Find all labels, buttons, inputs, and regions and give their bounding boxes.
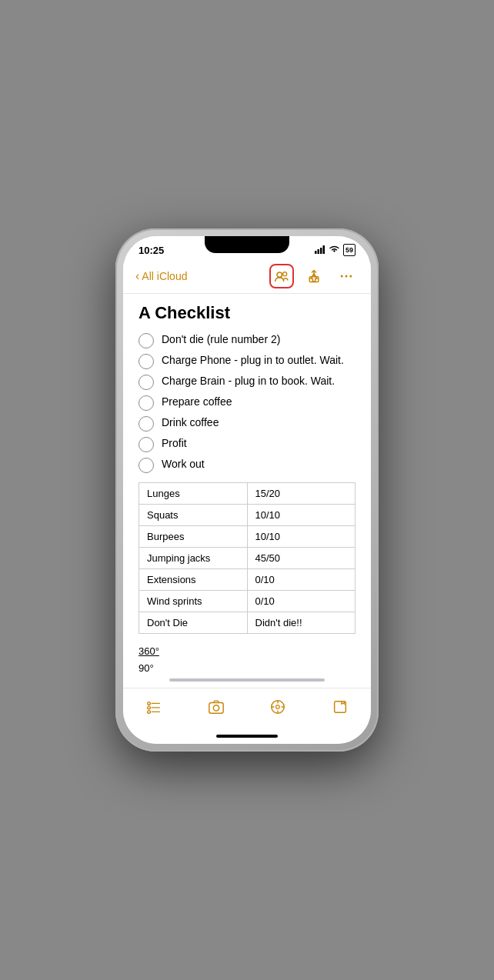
exercise-name: Extensions xyxy=(139,569,248,591)
checkbox[interactable] xyxy=(139,333,154,348)
collaboration-button[interactable] xyxy=(269,264,294,288)
more-button[interactable] xyxy=(334,264,359,288)
degrees-section: 360° 90° 32° c xyxy=(139,643,355,672)
svg-point-17 xyxy=(213,705,219,711)
share-icon xyxy=(306,268,322,284)
svg-rect-2 xyxy=(320,248,322,254)
table-row: Lunges 15/20 xyxy=(139,483,355,505)
svg-rect-16 xyxy=(209,703,223,714)
svg-point-10 xyxy=(148,702,151,705)
back-chevron-icon: ‹ xyxy=(135,269,139,283)
compose-icon xyxy=(332,698,349,715)
exercise-value: Didn't die!! xyxy=(247,612,355,634)
exercise-value: 10/10 xyxy=(247,505,355,526)
checkbox[interactable] xyxy=(139,354,154,369)
battery-icon: 59 xyxy=(343,244,355,256)
checklist-item: Drink coffee xyxy=(139,415,355,432)
checkbox[interactable] xyxy=(139,458,154,473)
exercise-name: Lunges xyxy=(139,483,248,505)
camera-icon xyxy=(208,698,225,715)
checkbox[interactable] xyxy=(139,416,154,432)
svg-rect-1 xyxy=(317,249,319,254)
exercise-value: 10/10 xyxy=(247,526,355,548)
status-time: 10:25 xyxy=(139,245,164,256)
checklist-item: Charge Brain - plug in to book. Wait. xyxy=(139,374,355,390)
svg-rect-3 xyxy=(322,245,325,254)
exercise-value: 45/50 xyxy=(247,548,355,569)
table-row: Extensions 0/10 xyxy=(139,569,355,591)
exercise-name: Don't Die xyxy=(139,612,248,634)
svg-point-9 xyxy=(349,275,352,278)
status-icons: 59 xyxy=(315,244,355,256)
svg-point-7 xyxy=(341,275,343,278)
degree-item: 360° xyxy=(139,643,355,660)
checklist-item: Charge Phone - plug in to outlet. Wait. xyxy=(139,353,355,369)
exercise-value: 0/10 xyxy=(247,591,355,612)
checklist-item-text: Profit xyxy=(162,436,187,452)
location-icon xyxy=(269,698,286,715)
workout-table: Lunges 15/20 Squats 10/10 Burpees 10/10 … xyxy=(139,482,355,634)
exercise-name: Wind sprints xyxy=(139,591,248,612)
svg-point-19 xyxy=(276,705,280,709)
checklist-item: Profit xyxy=(139,436,355,452)
exercise-value: 15/20 xyxy=(247,483,355,505)
checklist-item: Work out xyxy=(139,457,355,473)
phone-frame: 10:25 59 ‹ All iCloud xyxy=(115,228,379,752)
collaboration-icon xyxy=(273,268,290,285)
checklist-icon xyxy=(145,698,162,715)
degree-item: 90° xyxy=(139,660,355,672)
bottom-toolbar xyxy=(123,688,371,728)
back-button[interactable]: ‹ All iCloud xyxy=(135,269,187,283)
nav-actions xyxy=(269,264,359,288)
exercise-name: Jumping jacks xyxy=(139,548,248,569)
checklist-item-text: Don't die (rule number 2) xyxy=(162,332,280,348)
checklist-item: Don't die (rule number 2) xyxy=(139,332,355,348)
exercise-name: Squats xyxy=(139,505,248,526)
svg-point-11 xyxy=(148,706,151,709)
table-row: Don't Die Didn't die!! xyxy=(139,612,355,634)
svg-point-12 xyxy=(148,711,151,714)
table-row: Wind sprints 0/10 xyxy=(139,591,355,612)
checklist-item-text: Prepare coffee xyxy=(162,395,232,410)
home-bar xyxy=(216,735,278,738)
back-label: All iCloud xyxy=(142,270,187,282)
location-button[interactable] xyxy=(264,693,292,721)
table-row: Burpees 10/10 xyxy=(139,526,355,548)
exercise-name: Burpees xyxy=(139,526,248,548)
svg-rect-0 xyxy=(315,251,317,254)
wifi-icon xyxy=(329,245,340,255)
svg-point-8 xyxy=(345,275,348,278)
checklist-item: Prepare coffee xyxy=(139,395,355,411)
svg-point-4 xyxy=(277,272,282,277)
note-content: A Checklist Don't die (rule number 2) Ch… xyxy=(123,294,371,672)
table-row: Jumping jacks 45/50 xyxy=(139,548,355,569)
scroll-indicator xyxy=(169,678,325,682)
checklist-item-text: Charge Phone - plug in to outlet. Wait. xyxy=(162,353,344,368)
svg-point-5 xyxy=(283,272,287,276)
checklist-item-text: Drink coffee xyxy=(162,415,219,431)
checklist-button[interactable] xyxy=(140,693,168,721)
home-indicator xyxy=(123,728,371,744)
nav-bar: ‹ All iCloud xyxy=(123,259,371,294)
compose-button[interactable] xyxy=(326,693,354,721)
note-title: A Checklist xyxy=(139,303,355,323)
checklist-item-text: Charge Brain - plug in to book. Wait. xyxy=(162,374,335,389)
camera-button[interactable] xyxy=(202,693,230,721)
checkbox[interactable] xyxy=(139,437,154,452)
table-row: Squats 10/10 xyxy=(139,505,355,526)
signal-icon xyxy=(315,245,325,255)
checkbox[interactable] xyxy=(139,395,154,411)
more-icon xyxy=(339,268,354,284)
phone-screen: 10:25 59 ‹ All iCloud xyxy=(123,236,371,744)
checklist-item-text: Work out xyxy=(162,457,205,472)
checklist: Don't die (rule number 2) Charge Phone -… xyxy=(139,332,355,473)
share-button[interactable] xyxy=(302,264,326,288)
exercise-value: 0/10 xyxy=(247,569,355,591)
notch xyxy=(205,236,289,253)
checkbox[interactable] xyxy=(139,375,154,390)
